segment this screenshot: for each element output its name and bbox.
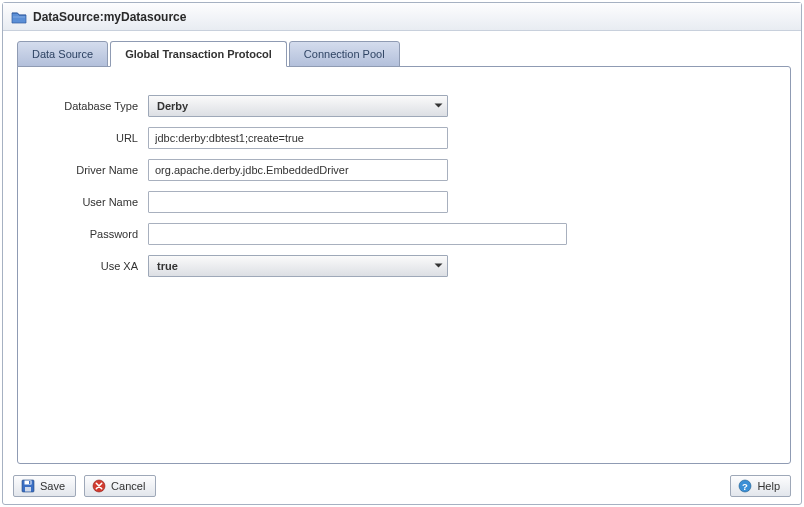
label-user-name: User Name [38, 196, 148, 208]
select-database-type-value: Derby [157, 100, 188, 112]
select-database-type[interactable]: Derby [148, 95, 448, 117]
select-use-xa-value: true [157, 260, 178, 272]
tab-list: Data Source Global Transaction Protocol … [17, 41, 791, 67]
input-user-name[interactable] [148, 191, 448, 213]
svg-text:?: ? [742, 481, 748, 492]
save-button-label: Save [40, 480, 65, 492]
help-button[interactable]: ? Help [730, 475, 791, 497]
label-password: Password [38, 228, 148, 240]
datasource-panel: DataSource:myDatasource Data Source Glob… [2, 2, 802, 505]
cancel-icon [91, 478, 107, 494]
svg-rect-2 [25, 487, 31, 492]
row-url: URL [38, 127, 770, 149]
label-database-type: Database Type [38, 100, 148, 112]
folder-icon [11, 10, 27, 24]
tabs-area: Data Source Global Transaction Protocol … [3, 31, 801, 66]
svg-rect-3 [29, 481, 31, 484]
row-database-type: Database Type Derby [38, 95, 770, 117]
label-use-xa: Use XA [38, 260, 148, 272]
panel-title: DataSource:myDatasource [33, 10, 186, 24]
input-driver-name[interactable] [148, 159, 448, 181]
input-password[interactable] [148, 223, 567, 245]
footer: Save Cancel ? Help [3, 474, 801, 504]
panel-header: DataSource:myDatasource [3, 3, 801, 31]
tab-connection-pool[interactable]: Connection Pool [289, 41, 400, 67]
tab-data-source[interactable]: Data Source [17, 41, 108, 67]
help-icon: ? [737, 478, 753, 494]
cancel-button-label: Cancel [111, 480, 145, 492]
save-icon [20, 478, 36, 494]
label-url: URL [38, 132, 148, 144]
row-password: Password [38, 223, 770, 245]
row-driver-name: Driver Name [38, 159, 770, 181]
row-user-name: User Name [38, 191, 770, 213]
help-button-label: Help [757, 480, 780, 492]
row-use-xa: Use XA true [38, 255, 770, 277]
input-url[interactable] [148, 127, 448, 149]
tab-global-transaction-protocol[interactable]: Global Transaction Protocol [110, 41, 287, 67]
chevron-down-icon [434, 103, 443, 109]
save-button[interactable]: Save [13, 475, 76, 497]
label-driver-name: Driver Name [38, 164, 148, 176]
select-use-xa[interactable]: true [148, 255, 448, 277]
cancel-button[interactable]: Cancel [84, 475, 156, 497]
tab-content: Database Type Derby URL Driver Name User… [17, 66, 791, 464]
chevron-down-icon [434, 263, 443, 269]
